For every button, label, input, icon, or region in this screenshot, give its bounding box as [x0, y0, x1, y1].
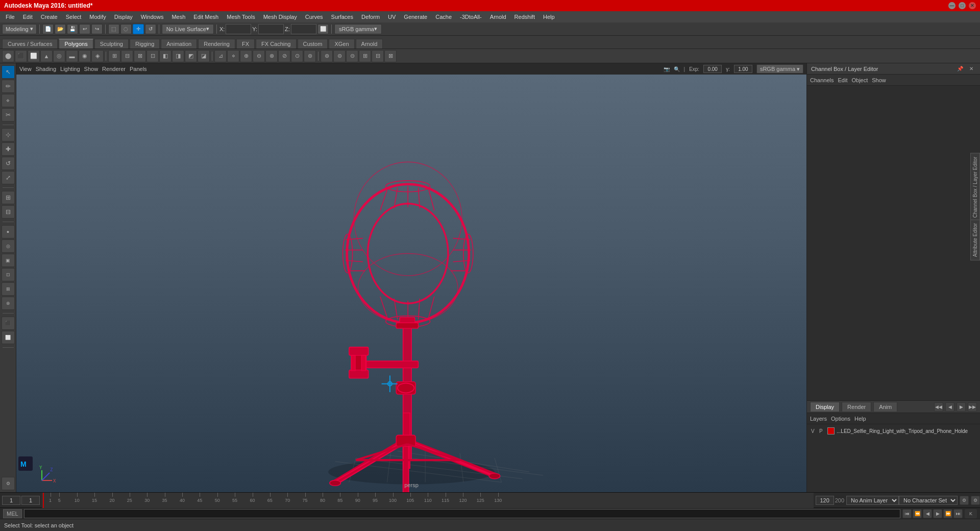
goto-start-button[interactable]: ⏮ — [902, 509, 912, 518]
move-tool-button[interactable]: ✛ — [133, 24, 144, 34]
menu-file[interactable]: File — [2, 13, 18, 21]
menu-deform[interactable]: Deform — [358, 13, 383, 21]
move-left[interactable]: ✚ — [2, 142, 15, 156]
menu-help[interactable]: Help — [540, 13, 558, 21]
menu-select[interactable]: Select — [62, 13, 85, 21]
pivot-button[interactable]: ⬜ — [317, 24, 329, 34]
gamma-input[interactable] — [734, 65, 752, 73]
menu-display[interactable]: Display — [111, 13, 136, 21]
ring-light-object[interactable] — [343, 162, 473, 327]
mel-python-toggle[interactable]: MEL — [3, 509, 22, 518]
tab-custom[interactable]: Custom — [298, 39, 328, 49]
display1-left[interactable]: ● — [2, 225, 15, 238]
extrude-icon-btn[interactable]: ⊞ — [108, 50, 120, 62]
menu-mesh-display[interactable]: Mesh Display — [260, 13, 301, 21]
shading-menu[interactable]: Shading — [36, 66, 56, 72]
display5-left[interactable]: ⊠ — [2, 282, 15, 296]
help-sub-tab[interactable]: Help — [854, 416, 866, 422]
attr-editor-tab[interactable]: Attribute Editor — [970, 220, 980, 260]
uv2-icon-btn[interactable]: ⊜ — [333, 50, 346, 62]
new-file-button[interactable]: 📄 — [42, 24, 54, 34]
uv4-icon-btn[interactable]: ⊞ — [359, 50, 371, 62]
rotate-left[interactable]: ↺ — [2, 157, 15, 170]
timeline-settings-btn[interactable]: ⚙ — [960, 496, 969, 505]
menu-cache[interactable]: Cache — [432, 13, 455, 21]
no-live-surface-dropdown[interactable]: No Live Surface ▾ — [162, 24, 214, 34]
view-menu[interactable]: View — [19, 66, 32, 72]
close-button[interactable]: ✕ — [969, 2, 976, 9]
layer-back-btn[interactable]: ◀ — [945, 402, 954, 412]
sculpt-tool-left[interactable]: ⌖ — [2, 94, 15, 107]
layer-p[interactable]: P — [819, 428, 825, 434]
z-field[interactable] — [291, 24, 316, 34]
boolean-icon-btn[interactable]: ⊚ — [304, 50, 316, 62]
cylinder-icon-btn[interactable]: ⬜ — [28, 50, 40, 62]
display2-left[interactable]: ◎ — [2, 239, 15, 253]
uv3-icon-btn[interactable]: ⊝ — [346, 50, 358, 62]
transform-handle[interactable] — [382, 375, 398, 392]
layer-prev-btn[interactable]: ◀◀ — [934, 402, 943, 412]
special1-icon-btn[interactable]: ◉ — [79, 50, 91, 62]
snap-left[interactable]: ⊞ — [2, 191, 15, 204]
cut-tool-left[interactable]: ✂ — [2, 108, 15, 122]
menu-redshift[interactable]: Redshift — [511, 13, 538, 21]
camera-icon[interactable]: 📷 — [664, 66, 670, 72]
misc1-left[interactable]: ⬛ — [2, 317, 15, 330]
prev-frame-button[interactable]: ⏪ — [913, 509, 922, 518]
channel-box-pin-icon[interactable]: 📌 — [955, 64, 965, 74]
menu-arnold[interactable]: Arnold — [486, 13, 510, 21]
maximize-button[interactable]: □ — [959, 2, 966, 9]
retopology-icon-btn[interactable]: ⊗ — [265, 50, 278, 62]
reduce-icon-btn[interactable]: ⊕ — [240, 50, 252, 62]
display4-left[interactable]: ⊡ — [2, 268, 15, 281]
mirror-left[interactable]: ⊟ — [2, 205, 15, 219]
timeline-playhead[interactable] — [43, 493, 44, 508]
color-profile-dropdown[interactable]: sRGB gamma ▾ — [756, 64, 803, 74]
render-tab[interactable]: Render — [842, 402, 871, 412]
exposure-input[interactable] — [703, 65, 722, 73]
lasso-tool-button[interactable]: ◌ — [120, 24, 132, 34]
select-tool-left[interactable]: ↖ — [2, 65, 15, 79]
play-back-button[interactable]: ◀ — [923, 509, 932, 518]
panels-menu[interactable]: Panels — [130, 66, 147, 72]
y-field[interactable] — [258, 24, 284, 34]
merge-icon-btn[interactable]: ⊠ — [134, 50, 146, 62]
layer-play-btn[interactable]: ▶ — [957, 402, 966, 412]
scale-left[interactable]: ⤢ — [2, 171, 15, 184]
show-menu[interactable]: Show — [84, 66, 99, 72]
cone-icon-btn[interactable]: ▲ — [40, 50, 53, 62]
start-frame-input[interactable] — [2, 496, 20, 505]
show-tab[interactable]: Show — [872, 77, 886, 83]
menu-windows[interactable]: Windows — [137, 13, 167, 21]
combine-icon-btn[interactable]: ⊘ — [278, 50, 290, 62]
split-icon-btn[interactable]: ⊡ — [146, 50, 159, 62]
command-input[interactable] — [24, 509, 900, 518]
end-frame-input[interactable] — [816, 496, 834, 505]
misc3-left[interactable]: ⚙ — [2, 477, 15, 490]
normals-icon-btn[interactable]: ⊿ — [214, 50, 227, 62]
object-tab[interactable]: Object — [851, 77, 868, 83]
undo-button[interactable]: ↩ — [79, 24, 90, 34]
character-set-dropdown[interactable]: No Character Set — [899, 496, 958, 505]
display6-left[interactable]: ⊗ — [2, 297, 15, 310]
tab-animation[interactable]: Animation — [161, 39, 197, 49]
renderer-menu[interactable]: Renderer — [102, 66, 126, 72]
chamfer-icon-btn[interactable]: ◨ — [172, 50, 184, 62]
attr-side-tab[interactable]: Channel Box / Layer Editor — [970, 153, 980, 222]
minimize-button[interactable]: — — [948, 2, 955, 9]
tab-rendering[interactable]: Rendering — [198, 39, 235, 49]
menu-create[interactable]: Create — [37, 13, 61, 21]
window-controls[interactable]: — □ ✕ — [948, 2, 976, 9]
tab-xgen[interactable]: XGen — [329, 39, 354, 49]
uv5-icon-btn[interactable]: ⊟ — [372, 50, 384, 62]
fill-icon-btn[interactable]: ◩ — [185, 50, 197, 62]
layer-v[interactable]: V — [811, 428, 817, 434]
cube-icon-btn[interactable]: ⬛ — [15, 50, 27, 62]
current-frame-input[interactable] — [21, 496, 40, 505]
special2-icon-btn[interactable]: ◈ — [91, 50, 104, 62]
menu-curves[interactable]: Curves — [302, 13, 327, 21]
gamma-dropdown[interactable]: sRGB gamma ▾ — [334, 24, 382, 34]
paint-tool-left[interactable]: ✏ — [2, 80, 15, 93]
channels-tab[interactable]: Channels — [810, 77, 834, 83]
tab-fx[interactable]: FX — [236, 39, 255, 49]
